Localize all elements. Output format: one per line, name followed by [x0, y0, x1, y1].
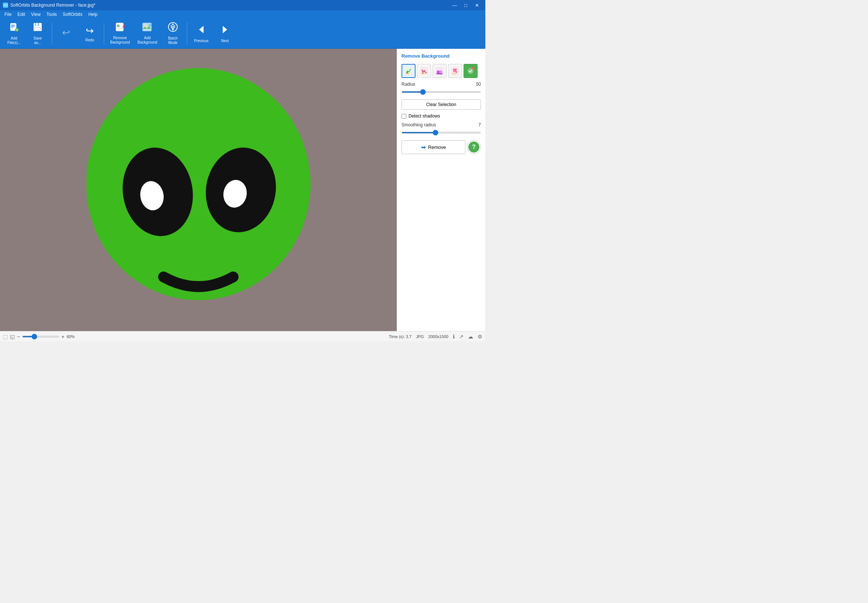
minimize-button[interactable]: —: [449, 0, 460, 10]
svg-rect-3: [11, 27, 13, 28]
next-icon: [220, 25, 230, 37]
smoothing-radius-slider[interactable]: [402, 132, 481, 133]
svg-point-25: [86, 68, 310, 300]
svg-rect-32: [407, 72, 408, 74]
smoothing-radius-slider-container: [402, 129, 481, 136]
canvas-area[interactable]: [0, 49, 397, 331]
main-area: Remove Background: [0, 49, 485, 331]
dimensions-info: 2000x1500: [428, 334, 448, 339]
titlebar: SO SoftOrbits Background Remover - face.…: [0, 0, 485, 10]
toolbar: AddFile(s)... Saveas... ↩ ↪ Redo: [0, 19, 485, 49]
zoom-in-icon[interactable]: +: [61, 334, 64, 340]
radius-section: Radius 50: [402, 82, 481, 96]
help-circle-icon: ?: [468, 142, 479, 153]
svg-marker-22: [199, 26, 204, 33]
add-files-icon: [9, 22, 19, 35]
add-background-button[interactable]: AddBackground: [134, 20, 160, 47]
detect-shadows-checkbox[interactable]: [402, 114, 406, 119]
radius-slider[interactable]: [402, 91, 481, 93]
time-info: Time (s): 3.7: [389, 334, 411, 339]
menu-edit[interactable]: Edit: [14, 11, 28, 18]
svg-rect-11: [36, 28, 40, 29]
view-fit-icon[interactable]: ⬚: [3, 334, 8, 340]
share-icon[interactable]: ↗: [459, 334, 463, 340]
add-files-label: AddFile(s)...: [8, 36, 21, 45]
separator-3: [187, 23, 187, 45]
clear-selection-button[interactable]: Clear Selection: [402, 99, 481, 110]
svg-rect-35: [423, 72, 423, 74]
titlebar-controls: — □ ✕: [449, 0, 482, 10]
window-title: SoftOrbits Background Remover - face.jpg…: [10, 3, 95, 8]
smoothing-radius-label: Smoothing radius: [402, 122, 436, 127]
help-button[interactable]: ?: [467, 140, 481, 154]
right-panel: Remove Background: [397, 49, 485, 331]
remove-background-button[interactable]: RemoveBackground: [107, 20, 133, 47]
menu-view[interactable]: View: [28, 11, 43, 18]
remove-arrow-icon: ➡: [421, 144, 426, 151]
add-files-button[interactable]: AddFile(s)...: [3, 20, 25, 47]
select-brush-button[interactable]: [448, 64, 462, 78]
svg-rect-16: [117, 29, 120, 30]
svg-rect-1: [11, 25, 15, 25]
zoom-out-icon[interactable]: −: [17, 334, 20, 340]
svg-rect-6: [17, 29, 17, 31]
svg-rect-9: [36, 23, 38, 25]
close-button[interactable]: ✕: [471, 0, 482, 10]
redo-icon: ↪: [86, 25, 94, 37]
undo-icon: ↩: [62, 27, 70, 39]
statusbar: ⬚ ◱ − + 60% Time (s): 3.7 JPG 2000x1500 …: [0, 331, 485, 342]
svg-point-19: [144, 25, 147, 27]
menu-file[interactable]: File: [2, 11, 14, 18]
redo-button[interactable]: ↪ Redo: [79, 20, 101, 47]
remove-button-row: ➡ Remove ?: [402, 140, 481, 154]
svg-rect-38: [437, 71, 439, 74]
menu-help[interactable]: Help: [85, 11, 100, 18]
view-actual-icon[interactable]: ◱: [10, 334, 15, 340]
add-background-icon: [142, 22, 153, 34]
eraser-button[interactable]: [432, 64, 446, 78]
smoothing-radius-section: Smoothing radius 7: [402, 122, 481, 136]
svg-rect-41: [452, 73, 456, 74]
help-icon: ?: [472, 144, 476, 150]
save-as-icon: [32, 22, 43, 35]
svg-rect-15: [117, 28, 123, 29]
batch-mode-icon: [168, 22, 178, 35]
remove-label: Remove: [428, 144, 446, 150]
zoom-slider[interactable]: [22, 336, 59, 337]
redo-label: Redo: [85, 38, 94, 42]
menu-tools[interactable]: Tools: [43, 11, 60, 18]
keep-brush-button[interactable]: [402, 64, 415, 78]
image-canvas: [0, 49, 397, 331]
info-icon[interactable]: ℹ: [453, 334, 455, 340]
menu-softorbits[interactable]: SoftOrbits: [60, 11, 85, 18]
radius-label: Radius: [402, 82, 415, 87]
auto-select-button[interactable]: [463, 64, 477, 78]
statusbar-right: Time (s): 3.7 JPG 2000x1500 ℹ ↗ ☁ ⚙: [389, 334, 482, 340]
undo-button[interactable]: ↩: [55, 20, 77, 47]
separator-1: [52, 23, 52, 45]
settings-icon[interactable]: ⚙: [477, 334, 482, 340]
menubar: File Edit View Tools SoftOrbits Help: [0, 10, 485, 19]
smoothing-radius-row: Smoothing radius 7: [402, 122, 481, 127]
svg-rect-39: [436, 74, 443, 74]
next-label: Next: [221, 39, 229, 43]
save-as-button[interactable]: Saveas...: [26, 20, 49, 47]
remove-background-icon: [114, 22, 125, 34]
format-info: JPG: [416, 334, 424, 339]
maximize-button[interactable]: □: [460, 0, 471, 10]
detect-shadows-label[interactable]: Detect shadows: [409, 113, 440, 119]
batch-mode-button[interactable]: BatchMode: [162, 20, 184, 47]
save-as-label: Saveas...: [34, 36, 42, 45]
previous-icon: [196, 25, 207, 37]
remove-background-label: RemoveBackground: [110, 36, 130, 45]
remove-brush-button[interactable]: [417, 64, 431, 78]
cloud-icon[interactable]: ☁: [468, 334, 473, 340]
panel-title: Remove Background: [402, 53, 481, 59]
previous-button[interactable]: Previous: [190, 20, 212, 47]
next-button[interactable]: Next: [214, 20, 236, 47]
separator-2: [104, 23, 104, 45]
radius-value: 50: [476, 82, 481, 87]
remove-button[interactable]: ➡ Remove: [402, 141, 465, 154]
radius-slider-container: [402, 88, 481, 96]
tool-buttons: [402, 64, 481, 78]
